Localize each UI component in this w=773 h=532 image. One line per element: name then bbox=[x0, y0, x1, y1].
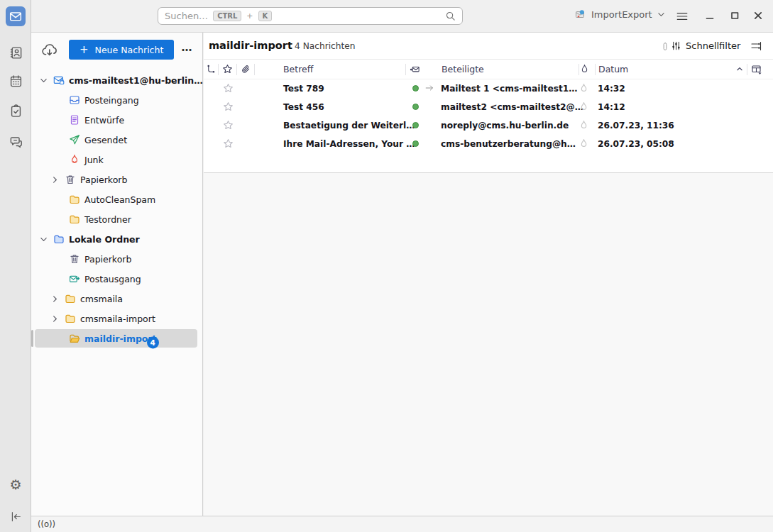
quick-filter-button[interactable] bbox=[671, 40, 681, 51]
trash-icon bbox=[65, 174, 76, 185]
message-subject: Bestaetigung der Weiterl… bbox=[283, 121, 415, 131]
account-mail-icon bbox=[53, 74, 65, 86]
junk-column-button[interactable] bbox=[579, 64, 590, 74]
chevron-right-icon[interactable] bbox=[51, 315, 60, 323]
search-placeholder: Suchen… bbox=[165, 11, 208, 21]
star-column-button[interactable] bbox=[222, 64, 233, 74]
thread-column-button[interactable] bbox=[206, 64, 216, 74]
account-row-lokale-ordner[interactable]: Lokale Ordner bbox=[31, 229, 203, 249]
folder-row-postausgang[interactable]: Postausgang bbox=[31, 269, 203, 289]
space-calendar-button[interactable] bbox=[6, 71, 26, 91]
unread-dot-icon[interactable] bbox=[412, 85, 419, 92]
star-icon[interactable] bbox=[223, 101, 234, 112]
plus-icon: + bbox=[80, 45, 89, 55]
message-subject: Test 456 bbox=[283, 102, 324, 112]
search-icon bbox=[445, 11, 456, 21]
folder-row-testordner[interactable]: Testordner bbox=[31, 209, 203, 229]
attachment-column-button[interactable] bbox=[241, 64, 251, 74]
folder-row-papierkorb-1[interactable]: Papierkorb bbox=[31, 170, 203, 189]
message-count: 4 Nachrichten bbox=[295, 41, 355, 51]
status-radio-icon[interactable]: ((o)) bbox=[38, 519, 55, 529]
settings-gear-icon: ⚙ bbox=[9, 477, 21, 492]
message-row[interactable]: Bestaetigung der Weiterl… noreply@cms.hu… bbox=[204, 116, 773, 135]
redirect-arrow-icon bbox=[424, 83, 434, 93]
app-menu-button[interactable] bbox=[676, 10, 689, 23]
column-header-correspondents[interactable]: Beteiligte bbox=[442, 64, 484, 74]
folder-row-posteingang[interactable]: Posteingang bbox=[31, 90, 203, 110]
message-row[interactable]: Test 456 mailtest2 <cms-mailtest2@… 14:1… bbox=[204, 98, 773, 116]
space-mail-button[interactable] bbox=[6, 6, 26, 26]
importexport-addon-icon bbox=[575, 9, 586, 20]
column-picker-icon bbox=[751, 64, 762, 75]
search-input[interactable]: Suchen… CTRL + K bbox=[158, 7, 463, 25]
new-message-button[interactable]: + Neue Nachricht bbox=[69, 40, 174, 60]
account-name: cms-mailtest1@hu-berlin… bbox=[69, 75, 203, 86]
maximize-button[interactable] bbox=[729, 10, 740, 21]
folder-row-cmsmaila-import[interactable]: cmsmaila-import bbox=[31, 309, 203, 328]
junk-toggle-icon[interactable] bbox=[579, 120, 589, 131]
folder-row-junk[interactable]: Junk bbox=[31, 150, 203, 170]
message-list-options-button[interactable] bbox=[750, 40, 762, 52]
junk-toggle-icon[interactable] bbox=[579, 101, 589, 112]
unified-toolbar: Suchen… CTRL + K ImportExport bbox=[31, 0, 773, 33]
account-row-cms-mailtest1[interactable]: cms-mailtest1@hu-berlin… bbox=[31, 70, 203, 90]
folder-title: maildir-import bbox=[209, 40, 292, 51]
message-correspondent: cms-benutzerberatung@h… bbox=[441, 139, 576, 149]
column-picker-button[interactable] bbox=[751, 64, 762, 75]
junk-column-icon bbox=[579, 64, 590, 74]
unread-column-button[interactable] bbox=[410, 64, 420, 74]
message-row[interactable]: Test 789 Mailtest 1 <cms-mailtest1… 14:3… bbox=[204, 79, 773, 98]
chevron-right-icon[interactable] bbox=[51, 176, 60, 184]
sort-direction-button[interactable] bbox=[735, 64, 745, 74]
shortcut-joiner: + bbox=[246, 11, 253, 21]
folder-row-gesendet[interactable]: Gesendet bbox=[31, 130, 203, 150]
get-messages-button[interactable] bbox=[41, 42, 57, 58]
message-row[interactable]: Ihre Mail-Adressen, Your … cms-benutzerb… bbox=[204, 135, 773, 153]
folder-open-icon bbox=[69, 333, 80, 344]
star-icon[interactable] bbox=[223, 120, 234, 131]
junk-toggle-icon[interactable] bbox=[579, 83, 589, 94]
folder-row-autocleanspam[interactable]: AutoCleanSpam bbox=[31, 189, 203, 209]
chevron-down-icon[interactable] bbox=[40, 77, 49, 84]
settings-button[interactable]: ⚙ bbox=[6, 475, 26, 494]
folder-row-papierkorb-2[interactable]: Papierkorb bbox=[31, 249, 203, 269]
folder-pane: + Neue Nachricht … cms-mailtest1@hu-berl… bbox=[31, 33, 203, 516]
star-icon[interactable] bbox=[223, 83, 234, 94]
unread-dot-icon[interactable] bbox=[412, 104, 419, 110]
unread-dot-icon[interactable] bbox=[412, 140, 419, 147]
unread-column-icon bbox=[410, 64, 420, 74]
folder-name: Junk bbox=[84, 155, 104, 165]
folder-pane-options-button[interactable]: … bbox=[177, 38, 196, 57]
sent-icon bbox=[69, 134, 80, 145]
folder-row-cmsmaila[interactable]: cmsmaila bbox=[31, 289, 203, 309]
quick-filter-label[interactable]: Schnellfilter bbox=[686, 40, 740, 51]
more-options-icon: … bbox=[182, 41, 192, 54]
chevron-down-icon bbox=[657, 11, 665, 18]
space-addressbook-button[interactable] bbox=[6, 43, 26, 62]
folder-name: Entwürfe bbox=[84, 115, 124, 126]
space-chat-button[interactable] bbox=[6, 131, 26, 151]
column-header-row: Betreff Beteiligte Datum bbox=[204, 60, 773, 79]
drafts-icon bbox=[69, 114, 80, 126]
folder-row-maildir-import-selected[interactable]: maildir-import 4 bbox=[31, 328, 203, 348]
folder-icon bbox=[69, 214, 80, 225]
unread-dot-icon[interactable] bbox=[412, 122, 419, 128]
inbox-icon bbox=[69, 94, 80, 106]
menu-icon bbox=[676, 10, 689, 23]
star-icon[interactable] bbox=[223, 138, 234, 149]
message-correspondent: noreply@cms.hu-berlin.de bbox=[441, 121, 569, 131]
message-correspondent: Mailtest 1 <cms-mailtest1… bbox=[441, 84, 577, 94]
collapse-sidebar-button[interactable] bbox=[6, 506, 26, 526]
chevron-right-icon[interactable] bbox=[51, 295, 60, 303]
shortcut-key-ctrl: CTRL bbox=[213, 11, 241, 21]
space-tasks-button[interactable] bbox=[6, 101, 26, 121]
column-header-subject[interactable]: Betreff bbox=[283, 64, 313, 74]
column-header-date[interactable]: Datum bbox=[598, 64, 628, 74]
minimize-button[interactable] bbox=[704, 10, 716, 21]
account-central-menu[interactable]: ImportExport bbox=[575, 9, 665, 20]
folder-row-entwuerfe[interactable]: Entwürfe bbox=[31, 110, 203, 130]
mail-space-icon bbox=[9, 10, 22, 23]
close-button[interactable] bbox=[752, 10, 764, 21]
junk-toggle-icon[interactable] bbox=[579, 138, 589, 149]
chevron-down-icon[interactable] bbox=[40, 235, 49, 243]
